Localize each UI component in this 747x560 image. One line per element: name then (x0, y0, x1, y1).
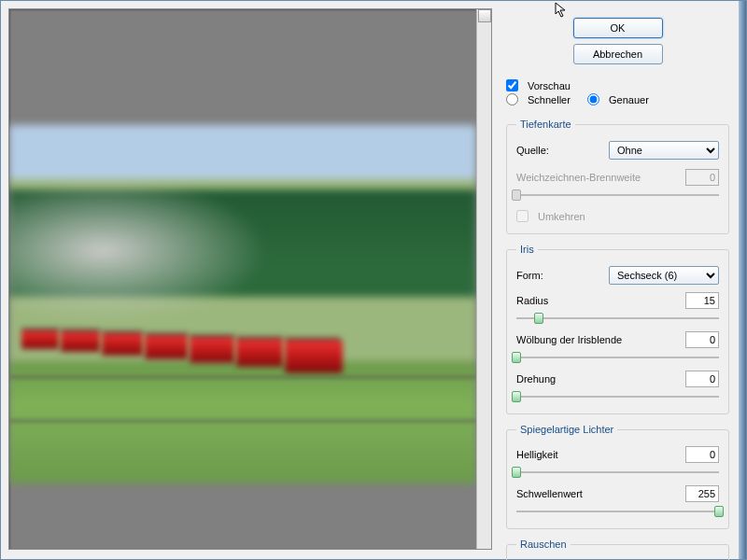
preview-image (102, 331, 143, 356)
mode-fast-radio[interactable] (506, 93, 518, 105)
depthmap-legend: Tiefenkarte (516, 119, 575, 130)
brightness-input[interactable] (685, 446, 719, 463)
brightness-label: Helligkeit (516, 449, 558, 460)
preview-image (9, 420, 476, 422)
preview-image (9, 376, 476, 378)
invert-label: Umkehren (538, 211, 585, 222)
source-label: Quelle: (516, 145, 549, 156)
radius-label: Radius (516, 295, 548, 306)
specular-legend: Spiegelartige Lichter (516, 424, 617, 435)
iris-shape-select[interactable]: Sechseck (6) (609, 266, 719, 285)
scrollbar-thumb[interactable] (478, 9, 491, 22)
noise-legend: Rauschen (516, 539, 571, 550)
preview-image (236, 337, 283, 367)
preview-image (190, 335, 234, 363)
curvature-input[interactable] (685, 331, 719, 348)
rotation-slider[interactable] (516, 391, 719, 404)
radius-slider[interactable] (516, 313, 719, 326)
rotation-label: Drehung (516, 373, 556, 385)
brightness-slider[interactable] (516, 467, 719, 480)
preview-image (9, 125, 476, 483)
preview-image (285, 338, 343, 373)
threshold-slider[interactable] (516, 506, 719, 519)
preview-scrollbar[interactable] (476, 9, 491, 549)
mode-fast-label: Schneller (528, 94, 571, 105)
threshold-input[interactable] (685, 485, 719, 502)
curvature-label: Wölbung der Irisblende (516, 334, 622, 345)
cancel-button[interactable]: Abbrechen (573, 44, 663, 64)
blur-focus-slider (516, 189, 719, 203)
curvature-slider[interactable] (516, 352, 719, 365)
blur-focus-label: Weichzeichnen-Brennweite (516, 172, 641, 183)
rotation-input[interactable] (685, 371, 719, 387)
preview-image (61, 329, 100, 352)
mode-accurate-label: Genauer (609, 94, 649, 105)
iris-shape-label: Form: (516, 270, 543, 281)
mode-accurate-radio[interactable] (587, 93, 599, 105)
blur-focus-input (685, 169, 719, 186)
window-border (739, 1, 746, 559)
ok-button[interactable]: OK (573, 18, 663, 38)
invert-checkbox (516, 210, 529, 222)
preview-image (145, 333, 188, 359)
preview-image (21, 329, 59, 349)
iris-legend: Iris (516, 244, 538, 255)
threshold-label: Schwellenwert (516, 488, 583, 499)
source-select[interactable]: Ohne (609, 141, 719, 160)
radius-input[interactable] (685, 292, 719, 309)
preview-area (8, 8, 492, 550)
preview-checkbox-label: Vorschau (528, 80, 571, 91)
preview-checkbox[interactable] (506, 79, 518, 91)
